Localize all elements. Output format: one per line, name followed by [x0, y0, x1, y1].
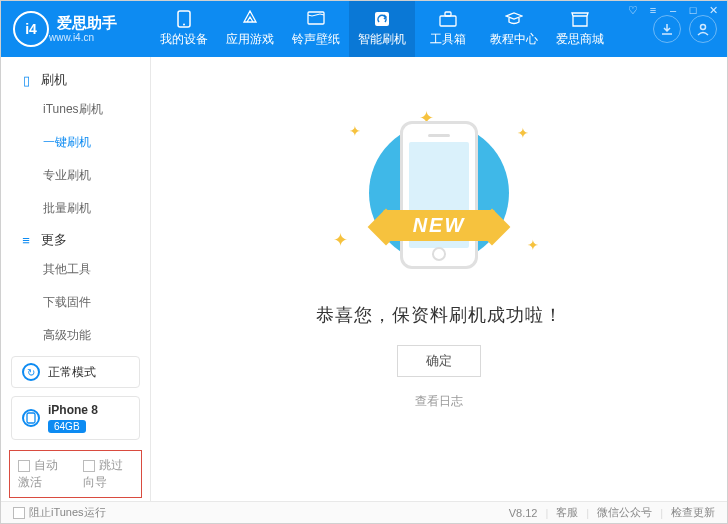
- phone-icon: ▯: [19, 73, 33, 88]
- apps-icon: [240, 10, 260, 28]
- nav-label: 智能刷机: [358, 31, 406, 48]
- success-message: 恭喜您，保资料刷机成功啦！: [316, 303, 563, 327]
- options-row: 自动激活 跳过向导: [9, 450, 142, 498]
- mode-label: 正常模式: [48, 364, 96, 381]
- footer-label: 阻止iTunes运行: [29, 506, 106, 518]
- nav-tutorial[interactable]: 教程中心: [481, 1, 547, 57]
- flash-icon: [372, 10, 392, 28]
- app-header: i4 爱思助手 www.i4.cn 我的设备 应用游戏 铃声壁纸 智能刷机 工具…: [1, 1, 727, 57]
- tutorial-icon: [504, 10, 524, 28]
- sidebar-section-more: ≡更多: [1, 225, 150, 253]
- svg-rect-3: [375, 12, 389, 26]
- new-ribbon: NEW: [383, 210, 496, 241]
- logo-icon: i4: [13, 11, 49, 47]
- app-url: www.i4.cn: [49, 32, 117, 43]
- sidebar-item-pro-flash[interactable]: 专业刷机: [1, 159, 150, 192]
- svg-point-6: [701, 25, 706, 30]
- ribbon-text: NEW: [383, 210, 496, 241]
- sidebar-item-itunes-flash[interactable]: iTunes刷机: [1, 93, 150, 126]
- nav-tabs: 我的设备 应用游戏 铃声壁纸 智能刷机 工具箱 教程中心 爱思商城: [151, 1, 653, 57]
- sidebar-item-advanced[interactable]: 高级功能: [1, 319, 150, 352]
- nav-label: 工具箱: [430, 31, 466, 48]
- version-label: V8.12: [509, 507, 538, 519]
- more-icon: ≡: [19, 233, 33, 248]
- close-icon[interactable]: ✕: [706, 4, 720, 17]
- update-link[interactable]: 检查更新: [671, 505, 715, 520]
- nav-apps[interactable]: 应用游戏: [217, 1, 283, 57]
- status-bar: 阻止iTunes运行 V8.12| 客服| 微信公众号| 检查更新: [1, 501, 727, 523]
- service-link[interactable]: 客服: [556, 505, 578, 520]
- sidebar-item-onekey-flash[interactable]: 一键刷机: [1, 126, 150, 159]
- toolbox-icon: [438, 10, 458, 28]
- window-controls: ♡ ≡ – □ ✕: [626, 4, 720, 17]
- nav-media[interactable]: 铃声壁纸: [283, 1, 349, 57]
- nav-label: 爱思商城: [556, 31, 604, 48]
- user-button[interactable]: [689, 15, 717, 43]
- ok-button[interactable]: 确定: [397, 345, 481, 377]
- nav-toolbox[interactable]: 工具箱: [415, 1, 481, 57]
- refresh-icon: ↻: [22, 363, 40, 381]
- device-icon: [22, 409, 40, 427]
- star-icon: ✦: [517, 125, 529, 141]
- star-icon: ✦: [527, 237, 539, 253]
- wechat-link[interactable]: 微信公众号: [597, 505, 652, 520]
- svg-rect-4: [440, 16, 456, 26]
- menu-icon[interactable]: ≡: [646, 4, 660, 17]
- sidebar-item-batch-flash[interactable]: 批量刷机: [1, 192, 150, 225]
- cart-icon[interactable]: ♡: [626, 4, 640, 17]
- logo-area: i4 爱思助手 www.i4.cn: [1, 1, 151, 57]
- block-itunes-checkbox[interactable]: 阻止iTunes运行: [13, 505, 106, 520]
- star-icon: ✦: [349, 123, 361, 139]
- nav-label: 铃声壁纸: [292, 31, 340, 48]
- nav-label: 教程中心: [490, 31, 538, 48]
- auto-activate-checkbox[interactable]: 自动激活: [18, 457, 69, 491]
- nav-store[interactable]: 爱思商城: [547, 1, 613, 57]
- nav-label: 我的设备: [160, 31, 208, 48]
- svg-rect-5: [445, 12, 451, 16]
- sidebar-item-download-fw[interactable]: 下载固件: [1, 286, 150, 319]
- skip-wizard-checkbox[interactable]: 跳过向导: [83, 457, 134, 491]
- nav-my-device[interactable]: 我的设备: [151, 1, 217, 57]
- device-icon: [174, 10, 194, 28]
- sidebar: ▯刷机 iTunes刷机 一键刷机 专业刷机 批量刷机 ≡更多 其他工具 下载固…: [1, 57, 151, 501]
- media-icon: [306, 10, 326, 28]
- storage-badge: 64GB: [48, 420, 86, 433]
- minimize-icon[interactable]: –: [666, 4, 680, 17]
- mode-box[interactable]: ↻ 正常模式: [11, 356, 140, 388]
- main-content: NEW ✦ ✦ ✦ ✦ ✦ 恭喜您，保资料刷机成功啦！ 确定 查看日志: [151, 57, 727, 501]
- section-title: 刷机: [41, 71, 67, 89]
- nav-label: 应用游戏: [226, 31, 274, 48]
- store-icon: [570, 10, 590, 28]
- svg-point-1: [183, 24, 185, 26]
- download-button[interactable]: [653, 15, 681, 43]
- star-icon: ✦: [333, 229, 348, 251]
- sidebar-item-other-tools[interactable]: 其他工具: [1, 253, 150, 286]
- sidebar-section-flash: ▯刷机: [1, 65, 150, 93]
- device-name: iPhone 8: [48, 403, 98, 417]
- maximize-icon[interactable]: □: [686, 4, 700, 17]
- svg-rect-7: [27, 413, 35, 423]
- section-title: 更多: [41, 231, 67, 249]
- view-log-link[interactable]: 查看日志: [415, 393, 463, 410]
- app-name: 爱思助手: [57, 15, 117, 32]
- success-illustration: NEW ✦ ✦ ✦ ✦ ✦: [319, 105, 559, 285]
- nav-flash[interactable]: 智能刷机: [349, 1, 415, 57]
- device-box[interactable]: iPhone 8 64GB: [11, 396, 140, 440]
